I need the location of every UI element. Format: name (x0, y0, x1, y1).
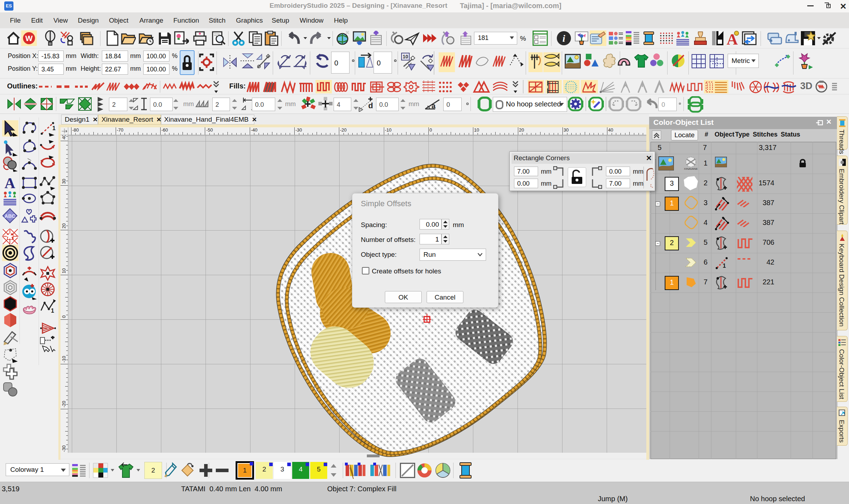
svg-text:1: 1 (51, 308, 54, 314)
svg-text:1: 1 (52, 125, 56, 131)
svg-text:ABC: ABC (5, 213, 15, 219)
svg-text:i: i (562, 33, 565, 44)
svg-text:10: 10 (403, 54, 408, 59)
svg-text:A: A (5, 175, 16, 191)
svg-text:1: 1 (723, 263, 726, 269)
svg-text:XINAVANE: XINAVANE (684, 167, 698, 170)
svg-text:a: a (432, 102, 436, 110)
svg-text:W: W (25, 34, 33, 43)
svg-text:d: d (368, 101, 373, 110)
